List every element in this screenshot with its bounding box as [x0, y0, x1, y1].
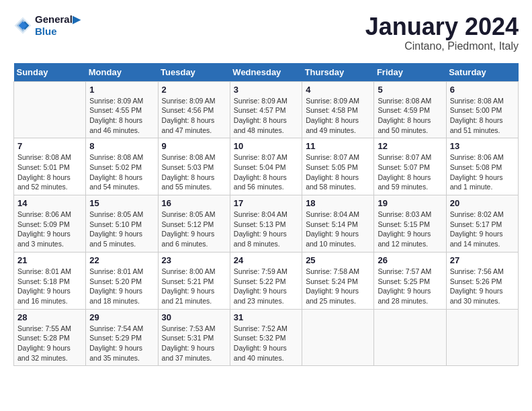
day-info: Sunrise: 8:07 AM Sunset: 5:07 PM Dayligh…: [378, 152, 442, 192]
day-cell: 26Sunrise: 7:57 AM Sunset: 5:25 PM Dayli…: [374, 252, 446, 309]
day-cell: [446, 309, 518, 366]
logo-text: General▶ Blue: [35, 13, 81, 37]
day-number: 27: [450, 255, 515, 265]
day-number: 15: [89, 198, 154, 208]
header-monday: Monday: [86, 63, 158, 82]
week-row-4: 21Sunrise: 8:01 AM Sunset: 5:18 PM Dayli…: [14, 252, 519, 309]
day-info: Sunrise: 8:04 AM Sunset: 5:13 PM Dayligh…: [234, 210, 298, 249]
week-row-2: 7Sunrise: 8:08 AM Sunset: 5:01 PM Daylig…: [14, 138, 519, 195]
day-info: Sunrise: 8:09 AM Sunset: 4:57 PM Dayligh…: [234, 96, 298, 136]
month-title: January 2024: [365, 13, 519, 40]
day-info: Sunrise: 8:04 AM Sunset: 5:14 PM Dayligh…: [306, 210, 370, 249]
day-cell: 7Sunrise: 8:08 AM Sunset: 5:01 PM Daylig…: [14, 138, 86, 195]
day-number: 29: [89, 312, 154, 322]
header-sunday: Sunday: [14, 63, 86, 82]
day-info: Sunrise: 8:03 AM Sunset: 5:15 PM Dayligh…: [378, 210, 442, 249]
day-number: 31: [234, 312, 298, 322]
day-info: Sunrise: 7:52 AM Sunset: 5:32 PM Dayligh…: [234, 324, 298, 363]
day-cell: 22Sunrise: 8:01 AM Sunset: 5:20 PM Dayli…: [86, 252, 158, 309]
header-wednesday: Wednesday: [230, 63, 302, 82]
day-info: Sunrise: 8:07 AM Sunset: 5:04 PM Dayligh…: [234, 152, 298, 192]
day-number: 30: [162, 312, 226, 322]
day-number: 19: [378, 198, 442, 208]
day-number: 14: [17, 198, 82, 208]
week-row-5: 28Sunrise: 7:55 AM Sunset: 5:28 PM Dayli…: [14, 309, 519, 366]
day-info: Sunrise: 7:58 AM Sunset: 5:24 PM Dayligh…: [306, 267, 370, 306]
day-number: 25: [306, 255, 370, 265]
day-cell: 21Sunrise: 8:01 AM Sunset: 5:18 PM Dayli…: [14, 252, 86, 309]
day-cell: 31Sunrise: 7:52 AM Sunset: 5:32 PM Dayli…: [230, 309, 302, 366]
day-cell: 20Sunrise: 8:02 AM Sunset: 5:17 PM Dayli…: [446, 195, 518, 253]
day-number: 18: [306, 198, 370, 208]
day-info: Sunrise: 7:53 AM Sunset: 5:31 PM Dayligh…: [162, 324, 226, 363]
day-cell: 5Sunrise: 8:08 AM Sunset: 4:59 PM Daylig…: [374, 81, 446, 138]
day-info: Sunrise: 7:55 AM Sunset: 5:28 PM Dayligh…: [17, 324, 82, 363]
day-cell: 12Sunrise: 8:07 AM Sunset: 5:07 PM Dayli…: [374, 138, 446, 195]
day-info: Sunrise: 8:02 AM Sunset: 5:17 PM Dayligh…: [450, 210, 515, 249]
day-number: 17: [234, 198, 298, 208]
day-cell: 15Sunrise: 8:05 AM Sunset: 5:10 PM Dayli…: [86, 195, 158, 253]
day-cell: 16Sunrise: 8:05 AM Sunset: 5:12 PM Dayli…: [158, 195, 230, 253]
title-block: January 2024 Cintano, Piedmont, Italy: [365, 13, 519, 52]
day-cell: 2Sunrise: 8:09 AM Sunset: 4:56 PM Daylig…: [158, 81, 230, 138]
day-number: 21: [17, 255, 82, 265]
day-info: Sunrise: 7:54 AM Sunset: 5:29 PM Dayligh…: [89, 324, 154, 363]
day-info: Sunrise: 8:00 AM Sunset: 5:21 PM Dayligh…: [162, 267, 226, 306]
day-cell: 18Sunrise: 8:04 AM Sunset: 5:14 PM Dayli…: [302, 195, 374, 253]
day-cell: 9Sunrise: 8:08 AM Sunset: 5:03 PM Daylig…: [158, 138, 230, 195]
day-number: 11: [306, 141, 370, 151]
day-cell: 4Sunrise: 8:09 AM Sunset: 4:58 PM Daylig…: [302, 81, 374, 138]
day-number: 20: [450, 198, 515, 208]
day-number: 9: [162, 141, 226, 151]
day-number: 24: [234, 255, 298, 265]
week-row-1: 1Sunrise: 8:09 AM Sunset: 4:55 PM Daylig…: [14, 81, 519, 138]
week-row-3: 14Sunrise: 8:06 AM Sunset: 5:09 PM Dayli…: [14, 195, 519, 253]
day-number: 7: [17, 141, 82, 151]
day-cell: 28Sunrise: 7:55 AM Sunset: 5:28 PM Dayli…: [14, 309, 86, 366]
day-number: 13: [450, 141, 515, 151]
day-info: Sunrise: 8:05 AM Sunset: 5:10 PM Dayligh…: [89, 210, 154, 249]
day-number: 2: [162, 85, 226, 95]
day-info: Sunrise: 8:05 AM Sunset: 5:12 PM Dayligh…: [162, 210, 226, 249]
day-info: Sunrise: 8:07 AM Sunset: 5:05 PM Dayligh…: [306, 152, 370, 192]
day-number: 6: [450, 85, 515, 95]
day-cell: 19Sunrise: 8:03 AM Sunset: 5:15 PM Dayli…: [374, 195, 446, 253]
calendar-header-row: SundayMondayTuesdayWednesdayThursdayFrid…: [14, 63, 519, 82]
day-info: Sunrise: 8:01 AM Sunset: 5:18 PM Dayligh…: [17, 267, 82, 306]
day-cell: 13Sunrise: 8:06 AM Sunset: 5:08 PM Dayli…: [446, 138, 518, 195]
day-cell: 3Sunrise: 8:09 AM Sunset: 4:57 PM Daylig…: [230, 81, 302, 138]
day-cell: 11Sunrise: 8:07 AM Sunset: 5:05 PM Dayli…: [302, 138, 374, 195]
day-info: Sunrise: 7:59 AM Sunset: 5:22 PM Dayligh…: [234, 267, 298, 306]
day-info: Sunrise: 8:06 AM Sunset: 5:08 PM Dayligh…: [450, 152, 515, 192]
day-info: Sunrise: 8:06 AM Sunset: 5:09 PM Dayligh…: [17, 210, 82, 249]
day-number: 5: [378, 85, 442, 95]
day-number: 23: [162, 255, 226, 265]
day-number: 1: [89, 85, 154, 95]
day-cell: 6Sunrise: 8:08 AM Sunset: 5:00 PM Daylig…: [446, 81, 518, 138]
day-info: Sunrise: 8:08 AM Sunset: 4:59 PM Dayligh…: [378, 96, 442, 136]
day-info: Sunrise: 8:08 AM Sunset: 5:00 PM Dayligh…: [450, 96, 515, 136]
day-cell: 27Sunrise: 7:56 AM Sunset: 5:26 PM Dayli…: [446, 252, 518, 309]
day-number: 22: [89, 255, 154, 265]
day-number: 28: [17, 312, 82, 322]
day-cell: 25Sunrise: 7:58 AM Sunset: 5:24 PM Dayli…: [302, 252, 374, 309]
day-cell: 17Sunrise: 8:04 AM Sunset: 5:13 PM Dayli…: [230, 195, 302, 253]
day-cell: 30Sunrise: 7:53 AM Sunset: 5:31 PM Dayli…: [158, 309, 230, 366]
day-info: Sunrise: 8:09 AM Sunset: 4:56 PM Dayligh…: [162, 96, 226, 136]
header-thursday: Thursday: [302, 63, 374, 82]
day-number: 3: [234, 85, 298, 95]
day-info: Sunrise: 8:01 AM Sunset: 5:20 PM Dayligh…: [89, 267, 154, 306]
day-cell: 10Sunrise: 8:07 AM Sunset: 5:04 PM Dayli…: [230, 138, 302, 195]
day-info: Sunrise: 8:09 AM Sunset: 4:58 PM Dayligh…: [306, 96, 370, 136]
day-cell: 23Sunrise: 8:00 AM Sunset: 5:21 PM Dayli…: [158, 252, 230, 309]
day-info: Sunrise: 8:08 AM Sunset: 5:02 PM Dayligh…: [89, 152, 154, 192]
calendar-table: SundayMondayTuesdayWednesdayThursdayFrid…: [13, 63, 519, 367]
day-cell: [302, 309, 374, 366]
day-number: 16: [162, 198, 226, 208]
day-info: Sunrise: 7:56 AM Sunset: 5:26 PM Dayligh…: [450, 267, 515, 306]
day-cell: 24Sunrise: 7:59 AM Sunset: 5:22 PM Dayli…: [230, 252, 302, 309]
day-cell: 14Sunrise: 8:06 AM Sunset: 5:09 PM Dayli…: [14, 195, 86, 253]
day-cell: [374, 309, 446, 366]
page-header: General▶ Blue January 2024 Cintano, Pied…: [13, 13, 519, 52]
logo-icon: [13, 16, 32, 35]
